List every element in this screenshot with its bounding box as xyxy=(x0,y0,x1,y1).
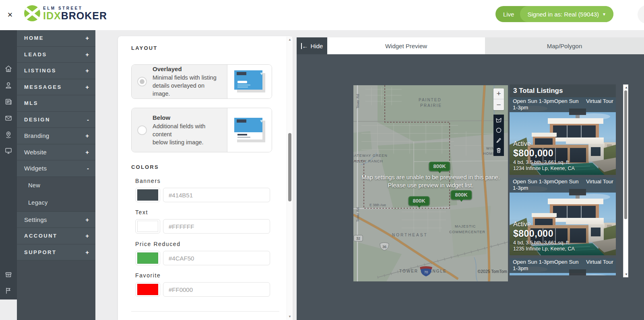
color-field-text: Text xyxy=(135,209,272,234)
text-swatch[interactable] xyxy=(135,219,160,234)
listing-status: Active xyxy=(513,140,612,148)
mls-pin-icon[interactable] xyxy=(4,131,12,139)
listings-scrollbar[interactable]: ▲ ▼ xyxy=(623,84,628,277)
divider xyxy=(131,311,279,312)
design-monitor-icon[interactable] xyxy=(4,147,12,155)
scroll-down-icon[interactable]: ▼ xyxy=(287,315,293,318)
color-field-favorite: Favorite xyxy=(135,272,272,297)
sidebar-item-listings[interactable]: LISTINGS+ xyxy=(17,63,95,79)
favorite-hex-input[interactable] xyxy=(163,282,270,297)
scrollbar-thumb[interactable] xyxy=(624,90,627,219)
leads-user-icon[interactable] xyxy=(4,81,12,89)
sidebar-item-design[interactable]: DESIGN- xyxy=(17,112,95,128)
logo-broker: BROKER xyxy=(61,10,107,21)
layout-section-title: LAYOUT xyxy=(131,45,157,51)
signed-in-label: Signed in as: Real (59043) xyxy=(527,11,599,18)
notifications-button[interactable] xyxy=(638,5,644,24)
sidebar-item-messages[interactable]: MESSAGES+ xyxy=(17,79,95,96)
sidebar-item-settings[interactable]: Settings+ xyxy=(17,212,95,228)
expand-plus-icon: + xyxy=(85,35,89,41)
draw-freehand-icon[interactable] xyxy=(495,137,502,144)
favorite-swatch[interactable] xyxy=(135,282,160,297)
scroll-up-icon[interactable]: ▲ xyxy=(623,86,629,89)
option-desc: Additional fields with content below lis… xyxy=(153,122,221,146)
sidebar-item-widgets-new[interactable]: New xyxy=(17,177,95,194)
sidebar-item-website[interactable]: Website+ xyxy=(17,144,95,161)
expand-plus-icon: + xyxy=(85,67,89,74)
radio-overlayed[interactable] xyxy=(137,77,147,86)
live-badge: Live xyxy=(495,6,520,22)
chevron-down-icon: ▼ xyxy=(602,12,606,16)
map-preview[interactable]: PAINTED PRAIRIE GATEWAY GREEN VALLEY RAN… xyxy=(353,85,508,281)
open-house-banner: Open Sun 1-3pmOpen Sun 1-3pm xyxy=(510,98,586,111)
expand-plus-icon: + xyxy=(85,249,89,256)
logo-idx: IDX xyxy=(43,10,61,21)
listing-card[interactable]: Open Sun 1-3pmOpen Sun 1-3pm Virtual Tou… xyxy=(510,97,616,175)
expand-plus-icon: + xyxy=(85,232,89,239)
color-field-price-reduced: Price Reduced xyxy=(135,241,272,265)
listings-results: 3 Total Listings Open Sun 1-3pmOpen Sun … xyxy=(510,84,616,275)
layout-option-below[interactable]: Below Additional fields with content bel… xyxy=(131,108,272,152)
tab-map-polygon[interactable]: Map/Polygon xyxy=(485,37,644,54)
logo-x-icon xyxy=(24,5,40,21)
overlayed-thumbnail: ♥ xyxy=(234,70,265,93)
listings-icon[interactable] xyxy=(4,98,12,106)
close-icon[interactable]: × xyxy=(3,8,17,22)
radio-below[interactable] xyxy=(137,125,147,135)
hide-panel-button[interactable]: ← Hide xyxy=(297,37,327,54)
open-house-banner: Open Sun 1-3pmOpen Sun 1-3pm xyxy=(510,259,586,272)
delete-trash-icon[interactable] xyxy=(495,147,502,154)
sidebar-item-widgets-legacy[interactable]: Legacy xyxy=(17,194,95,211)
top-header: × ELM STREET IDXBROKER Live Signed in as… xyxy=(0,0,644,30)
draw-polygon-icon[interactable] xyxy=(495,117,502,123)
session-pill[interactable]: Live Signed in as: Real (59043) ▼ xyxy=(495,6,613,22)
listing-banners: Open Sun 1-3pmOpen Sun 1-3pm Virtual Tou… xyxy=(510,258,616,273)
collapse-minus-icon: - xyxy=(87,116,89,123)
virtual-tour-banner: Virtual Tour xyxy=(586,178,616,191)
sidebar-item-mls[interactable]: MLS xyxy=(17,95,95,112)
listing-banners: Open Sun 1-3pmOpen Sun 1-3pm Virtual Tou… xyxy=(510,97,616,112)
listing-info: Active $800,000 4 bd, 3.5 bth, 3,661 sq.… xyxy=(510,218,616,255)
listing-price: $800,000 xyxy=(513,228,612,239)
zoom-in-button[interactable]: + xyxy=(493,88,504,99)
price-reduced-swatch[interactable] xyxy=(135,251,160,265)
listing-details: 4 bd, 3.5 bth, 3,661 sq. ft. xyxy=(513,240,612,246)
listing-address: 1235 Infinite Lp, Keene, CA xyxy=(513,246,612,252)
listing-card[interactable]: Open Sun 1-3pmOpen Sun 1-3pm Virtual Tou… xyxy=(510,258,616,275)
support-flag-icon[interactable] xyxy=(4,287,12,295)
banners-swatch[interactable] xyxy=(135,188,160,202)
price-reduced-hex-input[interactable] xyxy=(163,251,270,265)
signed-in-dropdown[interactable]: Signed in as: Real (59043) ▼ xyxy=(520,6,613,22)
sidebar-item-widgets[interactable]: Widgets- xyxy=(17,160,95,177)
sidebar-item-home[interactable]: HOME+ xyxy=(17,30,95,47)
home-icon[interactable] xyxy=(4,65,12,73)
sidebar-nav: HOME+ LEADS+ LISTINGS+ MESSAGES+ MLS DES… xyxy=(17,30,95,320)
sidebar-item-leads[interactable]: LEADS+ xyxy=(17,47,95,63)
account-archive-icon[interactable] xyxy=(4,271,12,279)
panel-scrollbar[interactable]: ▲ ▼ xyxy=(287,37,292,320)
collapse-minus-icon: - xyxy=(87,165,89,172)
option-desc: Minimal fields with listing details over… xyxy=(153,74,221,98)
draw-circle-icon[interactable] xyxy=(495,127,502,133)
scroll-down-icon[interactable]: ▼ xyxy=(623,273,629,276)
listing-status: Active xyxy=(513,221,612,228)
scroll-up-icon[interactable]: ▲ xyxy=(287,38,293,41)
text-hex-input[interactable] xyxy=(163,219,270,234)
messages-icon[interactable] xyxy=(4,114,12,122)
listing-card[interactable]: Open Sun 1-3pmOpen Sun 1-3pm Virtual Tou… xyxy=(510,178,616,255)
scrollbar-thumb[interactable] xyxy=(288,133,291,201)
sidebar-item-account[interactable]: ACCOUNT+ xyxy=(17,228,95,244)
field-label: Text xyxy=(135,209,272,215)
banners-hex-input[interactable] xyxy=(163,188,270,202)
layout-option-overlayed[interactable]: Overlayed Minimal fields with listing de… xyxy=(131,64,272,99)
field-label: Banners xyxy=(135,178,272,184)
listing-price: $800,000 xyxy=(513,148,612,159)
virtual-tour-banner: Virtual Tour xyxy=(586,98,616,111)
map-draw-toolbar xyxy=(493,115,504,156)
zoom-out-button[interactable]: − xyxy=(493,99,504,110)
color-field-banners: Banners xyxy=(135,178,272,202)
sidebar-item-support[interactable]: SUPPORT+ xyxy=(17,244,95,261)
tab-widget-preview[interactable]: Widget Preview xyxy=(327,37,485,54)
expand-plus-icon: + xyxy=(85,51,89,58)
sidebar-item-branding[interactable]: Branding+ xyxy=(17,128,95,144)
